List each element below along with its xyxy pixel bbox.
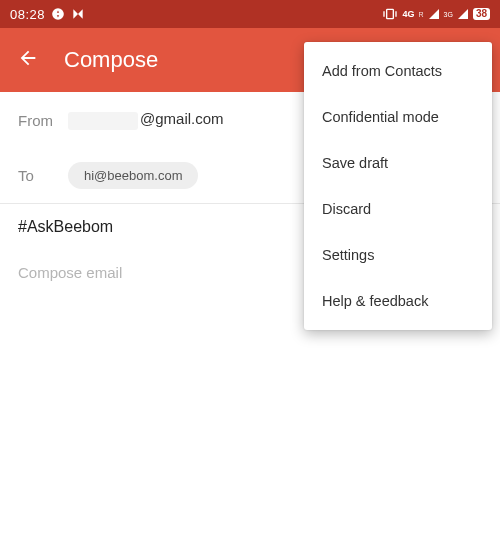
overflow-menu: Add from Contacts Confidential mode Save… bbox=[304, 42, 492, 330]
signal-icon-1 bbox=[428, 8, 440, 20]
from-domain: @gmail.com bbox=[140, 110, 224, 127]
from-redacted bbox=[68, 112, 138, 130]
menu-discard[interactable]: Discard bbox=[304, 186, 492, 232]
status-time: 08:28 bbox=[10, 7, 45, 22]
menu-settings[interactable]: Settings bbox=[304, 232, 492, 278]
sync-icon bbox=[51, 7, 65, 21]
to-label: To bbox=[18, 167, 68, 184]
from-label: From bbox=[18, 112, 68, 129]
vibrate-icon bbox=[382, 8, 398, 20]
from-value: @gmail.com bbox=[68, 110, 224, 129]
status-left: 08:28 bbox=[10, 7, 85, 22]
menu-help-feedback[interactable]: Help & feedback bbox=[304, 278, 492, 324]
app-notification-icon bbox=[71, 7, 85, 21]
menu-confidential-mode[interactable]: Confidential mode bbox=[304, 94, 492, 140]
svg-rect-1 bbox=[387, 9, 394, 18]
status-right: 4G R 3G 38 bbox=[382, 8, 490, 20]
status-bar: 08:28 4G R 3G 38 bbox=[0, 0, 500, 28]
network-4g-label: 4G bbox=[402, 10, 414, 19]
signal-icon-2 bbox=[457, 8, 469, 20]
arrow-back-icon bbox=[17, 47, 39, 73]
menu-save-draft[interactable]: Save draft bbox=[304, 140, 492, 186]
menu-add-from-contacts[interactable]: Add from Contacts bbox=[304, 48, 492, 94]
svg-point-0 bbox=[52, 8, 64, 20]
battery-level: 38 bbox=[473, 8, 490, 20]
network-3g-label: 3G bbox=[444, 11, 453, 18]
network-roaming-label: R bbox=[418, 11, 423, 18]
back-button[interactable] bbox=[16, 48, 40, 72]
page-title: Compose bbox=[64, 47, 158, 73]
recipient-chip[interactable]: hi@beebom.com bbox=[68, 162, 198, 189]
